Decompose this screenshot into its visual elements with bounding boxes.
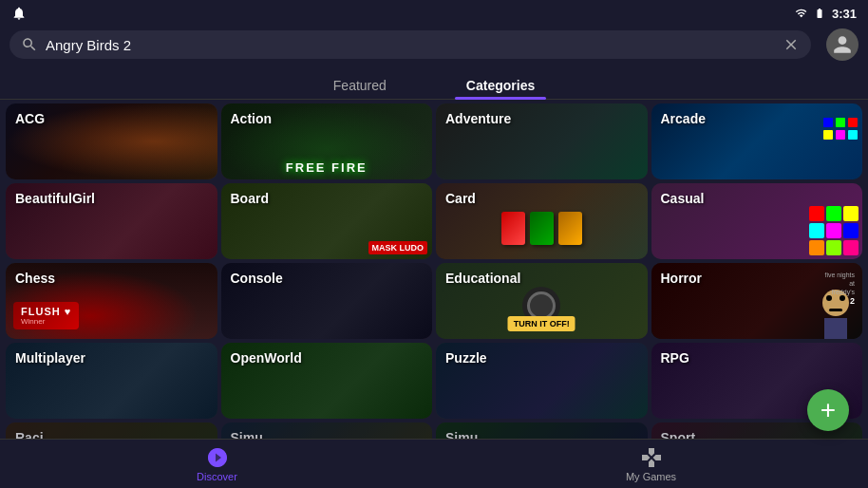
time-display: 3:31	[832, 7, 857, 21]
search-input[interactable]	[46, 37, 775, 53]
nav-discover-label: Discover	[197, 471, 237, 482]
battery-icon	[813, 8, 826, 19]
category-puzzle[interactable]: Puzzle	[436, 343, 648, 419]
category-casual[interactable]: Casual	[651, 183, 863, 259]
category-board[interactable]: MASK LUDO Board	[221, 183, 433, 259]
tab-featured[interactable]: Featured	[322, 72, 398, 99]
avatar[interactable]	[826, 28, 859, 61]
notification-icon	[11, 6, 27, 21]
status-bar: 3:31	[0, 0, 868, 27]
category-multiplayer[interactable]: Multiplayer	[6, 343, 217, 419]
category-adventure[interactable]: Adventure	[436, 103, 648, 179]
category-card[interactable]: Card	[436, 183, 648, 259]
category-label-puzzle: Puzzle	[445, 350, 487, 366]
category-label-arcade: Arcade	[661, 111, 706, 126]
category-label-rpg: RPG	[661, 350, 689, 366]
games-icon	[640, 446, 663, 469]
tabs-bar: Featured Categories	[0, 66, 868, 100]
category-openworld[interactable]: OpenWorld	[221, 343, 433, 419]
turn-it-off-label: TURN IT OFF!	[508, 316, 576, 331]
discover-icon	[206, 446, 229, 469]
category-label-casual: Casual	[661, 191, 705, 206]
status-right: 3:31	[794, 7, 857, 21]
search-container[interactable]	[9, 30, 811, 59]
category-acg[interactable]: ACG	[6, 103, 217, 179]
category-action[interactable]: FREE FIRE Action	[221, 103, 433, 179]
category-label-beautifulgirl: BeautifulGirl	[15, 191, 95, 206]
category-label-board: Board	[231, 191, 269, 206]
category-educational[interactable]: TURN IT OFF! Educational	[436, 263, 648, 339]
nav-my-games-label: My Games	[626, 471, 676, 482]
user-icon	[832, 34, 853, 55]
category-label-card: Card	[445, 191, 476, 206]
category-label-console: Console	[231, 271, 283, 286]
category-beautifulgirl[interactable]: BeautifulGirl	[6, 183, 217, 259]
nav-my-games[interactable]: My Games	[613, 446, 689, 482]
category-label-action: Action	[231, 111, 273, 126]
bottom-nav: Discover My Games	[0, 439, 868, 488]
nav-discover[interactable]: Discover	[179, 446, 255, 482]
category-label-horror: Horror	[661, 271, 703, 286]
category-label-educational: Educational	[445, 271, 520, 286]
search-row	[0, 27, 868, 66]
category-console[interactable]: Console	[221, 263, 433, 339]
status-left	[11, 6, 27, 21]
category-label-chess: Chess	[15, 271, 55, 286]
category-label-adventure: Adventure	[445, 111, 511, 126]
category-label-acg: ACG	[15, 111, 45, 126]
category-horror[interactable]: five nightsatfreddy's2 Horror	[651, 263, 863, 339]
category-label-multiplayer: Multiplayer	[15, 350, 85, 366]
fab-add[interactable]: +	[807, 389, 849, 431]
category-arcade[interactable]: Arcade	[651, 103, 863, 179]
wifi-icon	[794, 8, 807, 19]
clear-icon[interactable]	[783, 36, 800, 53]
category-chess[interactable]: FLUSH ♥ Winner Chess	[6, 263, 217, 339]
category-label-openworld: OpenWorld	[231, 350, 302, 366]
search-icon	[21, 36, 38, 53]
categories-grid: ACG FREE FIRE Action Adventure Arcade	[0, 100, 868, 460]
fab-icon: +	[821, 395, 836, 425]
tab-categories[interactable]: Categories	[455, 72, 546, 99]
